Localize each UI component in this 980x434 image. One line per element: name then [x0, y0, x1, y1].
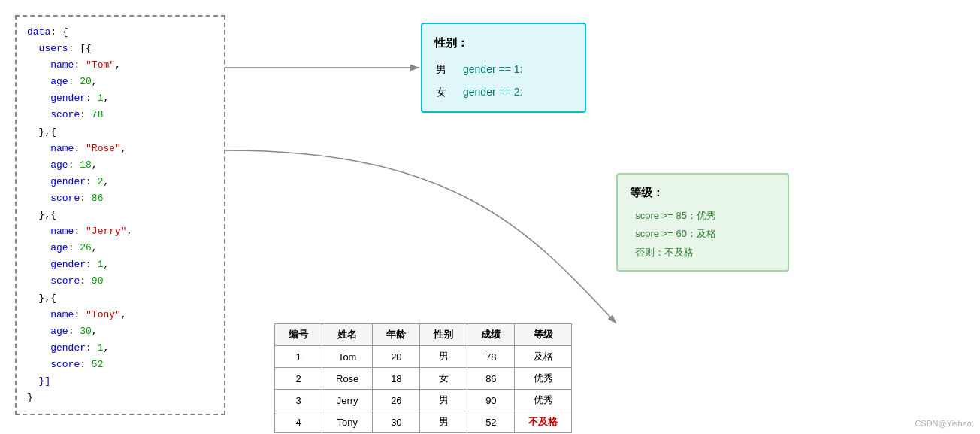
- code-line: },{: [27, 209, 56, 220]
- code-line: data: {: [27, 26, 68, 38]
- code-line: score: 86: [27, 193, 103, 204]
- cell-age: 26: [373, 390, 420, 411]
- cell-name: Tom: [322, 346, 373, 368]
- code-line: age: 26,: [27, 242, 98, 253]
- code-line: age: 30,: [27, 326, 98, 337]
- cell-age: 18: [373, 368, 420, 390]
- code-line: name: "Tony",: [27, 309, 127, 320]
- cell-gender: 男: [420, 346, 467, 368]
- cell-grade: 优秀: [515, 390, 572, 411]
- gender-female-label: 女: [436, 81, 461, 102]
- watermark: CSDN@Yishao.: [915, 419, 974, 428]
- cell-score: 52: [467, 411, 515, 433]
- code-box: data: { users: [{ name: "Tom", age: 20, …: [15, 15, 225, 415]
- cell-grade: 优秀: [515, 368, 572, 390]
- gender-tooltip: 性别： 男 gender == 1: 女 gender == 2:: [421, 23, 586, 113]
- gender-male-condition: gender == 1:: [463, 59, 522, 80]
- cell-score: 78: [467, 346, 515, 368]
- cell-gender: 男: [420, 390, 467, 411]
- cell-name: Rose: [322, 368, 373, 390]
- code-line: users: [{: [27, 43, 92, 54]
- cell-id: 3: [275, 390, 322, 411]
- code-line: age: 18,: [27, 159, 98, 171]
- gender-female-condition: gender == 2:: [463, 81, 522, 102]
- cell-age: 30: [373, 411, 420, 433]
- code-line: score: 78: [27, 109, 103, 120]
- gender-male-label: 男: [436, 59, 461, 80]
- table-row: 2Rose18女86优秀: [275, 368, 572, 390]
- cell-score: 90: [467, 390, 515, 411]
- table-row: 3Jerry26男90优秀: [275, 390, 572, 411]
- data-table: 编号 姓名 年龄 性别 成绩 等级 1Tom20男78及格2Rose18女86优…: [274, 323, 572, 433]
- col-header-id: 编号: [275, 324, 322, 346]
- code-line: },{: [27, 126, 56, 138]
- grade-tooltip: 等级： score >= 85：优秀 score >= 60：及格 否则：不及格: [616, 173, 789, 272]
- col-header-score: 成绩: [467, 324, 515, 346]
- cell-name: Tony: [322, 411, 373, 433]
- code-line: name: "Rose",: [27, 143, 127, 154]
- col-header-name: 姓名: [322, 324, 373, 346]
- code-line: }]: [27, 375, 50, 387]
- col-header-grade: 等级: [515, 324, 572, 346]
- cell-id: 4: [275, 411, 322, 433]
- code-line: gender: 1,: [27, 259, 109, 270]
- grade-tooltip-title: 等级：: [630, 182, 776, 204]
- cell-id: 1: [275, 346, 322, 368]
- cell-name: Jerry: [322, 390, 373, 411]
- code-line: }: [27, 392, 33, 403]
- code-line: name: "Jerry",: [27, 226, 132, 237]
- code-line: gender: 2,: [27, 176, 109, 187]
- col-header-gender: 性别: [420, 324, 467, 346]
- cell-grade: 不及格: [515, 411, 572, 433]
- table-row: 1Tom20男78及格: [275, 346, 572, 368]
- col-header-age: 年龄: [373, 324, 420, 346]
- gender-tooltip-title: 性别：: [434, 32, 573, 54]
- table-row: 4Tony30男52不及格: [275, 411, 572, 433]
- code-line: name: "Tom",: [27, 59, 121, 71]
- code-line: },{: [27, 293, 56, 304]
- code-line: age: 20,: [27, 76, 98, 87]
- grade-rule-3: 否则：不及格: [630, 244, 776, 263]
- cell-grade: 及格: [515, 346, 572, 368]
- cell-age: 20: [373, 346, 420, 368]
- cell-gender: 女: [420, 368, 467, 390]
- cell-score: 86: [467, 368, 515, 390]
- grade-rule-2: score >= 60：及格: [630, 225, 776, 244]
- cell-id: 2: [275, 368, 322, 390]
- cell-gender: 男: [420, 411, 467, 433]
- grade-rule-1: score >= 85：优秀: [630, 207, 776, 226]
- code-line: gender: 1,: [27, 93, 109, 104]
- code-line: score: 52: [27, 359, 103, 370]
- code-line: gender: 1,: [27, 342, 109, 354]
- code-line: score: 90: [27, 275, 103, 287]
